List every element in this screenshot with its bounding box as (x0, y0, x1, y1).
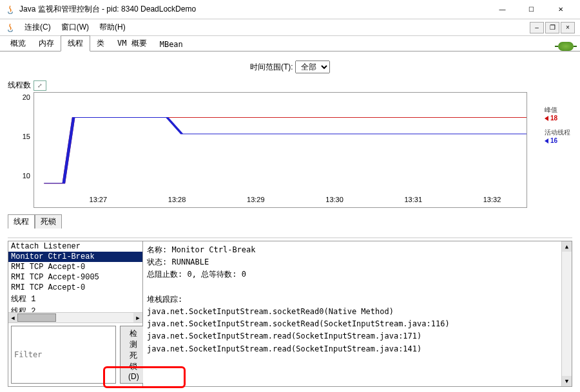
plot-area (34, 93, 527, 196)
x-axis: 13:27 13:28 13:29 13:30 13:31 13:32 (34, 196, 527, 207)
thread-item[interactable]: RMI TCP Accept-9005 (8, 272, 142, 283)
java-icon-small (5, 23, 15, 33)
thread-list-hscroll[interactable]: ◄ ► (8, 312, 142, 322)
legend-peak-label: 峰值 (545, 106, 570, 115)
details-vscroll[interactable]: ▲ ▼ (561, 241, 572, 386)
inner-minimize[interactable]: – (530, 22, 544, 33)
minimize-button[interactable]: — (488, 1, 517, 19)
main-tabbar: 概览 内存 线程 类 VM 概要 MBean (0, 36, 580, 51)
timerange-row: 时间范围(T): 全部 (8, 61, 572, 73)
thread-item[interactable]: RMI TCP Accept-0 (8, 262, 142, 272)
thread-list[interactable]: Attach ListenerMonitor Ctrl-BreakRMI TCP… (8, 241, 142, 312)
thread-chart: 10 15 20 13:27 13:28 13:29 13:30 13:31 1… (34, 92, 527, 208)
chart-section: 线程数 ⤢ 10 15 20 13:27 13:28 13:29 (8, 80, 572, 208)
detail-blocked-label: 总阻止数: (147, 270, 182, 279)
tab-threads[interactable]: 线程 (61, 35, 90, 51)
filter-row: 检测死锁(D) (8, 322, 142, 386)
menubar: 连接(C) 窗口(W) 帮助(H) – ❐ × (0, 19, 580, 36)
inner-restore[interactable]: ❐ (545, 22, 559, 33)
connection-status-icon (558, 42, 574, 51)
content-area: 时间范围(T): 全部 线程数 ⤢ 10 15 20 (0, 51, 580, 392)
x-tick: 13:27 (90, 196, 108, 203)
legend-peak-value: 18 (550, 115, 557, 122)
java-icon (5, 5, 15, 15)
lower-split: Attach ListenerMonitor Ctrl-BreakRMI TCP… (8, 238, 572, 387)
menu-connect[interactable]: 连接(C) (19, 21, 56, 34)
x-tick: 13:32 (483, 196, 501, 203)
stack-trace-line: java.net.SocketInputStream.read(SocketIn… (147, 343, 568, 355)
detail-blocked-value: 0, (187, 270, 196, 279)
x-tick: 13:30 (325, 196, 343, 203)
detail-waited-value: 0 (242, 270, 246, 279)
timerange-select[interactable]: 全部 (295, 61, 330, 73)
tab-vm[interactable]: VM 概要 (111, 36, 153, 51)
window-controls: — ☐ ✕ (488, 1, 575, 19)
legend-live-value: 16 (550, 137, 557, 144)
y-tick: 15 (23, 133, 30, 140)
detail-state-value: RUNNABLE (171, 257, 209, 266)
tab-memory[interactable]: 内存 (32, 36, 61, 51)
inner-window-controls: – ❐ × (530, 22, 575, 33)
detail-state-label: 状态: (147, 257, 167, 266)
y-tick: 10 (23, 172, 30, 180)
x-tick: 13:28 (168, 196, 186, 203)
legend-live-label: 活动线程 (545, 128, 570, 137)
menu-window[interactable]: 窗口(W) (56, 21, 94, 34)
thread-item[interactable]: 线程 1 (8, 293, 142, 305)
timerange-label: 时间范围(T): (250, 62, 293, 71)
window-title: Java 监视和管理控制台 - pid: 8340 DeadLockDemo (19, 4, 488, 15)
stack-trace-label: 堆栈跟踪: (147, 294, 568, 306)
detail-name-label: 名称: (147, 245, 167, 254)
y-axis: 10 15 20 (15, 93, 33, 196)
stack-trace-line: java.net.SocketInputStream.socketRead(So… (147, 318, 568, 330)
thread-item[interactable]: Monitor Ctrl-Break (8, 252, 142, 262)
chart-title: 线程数 (8, 80, 31, 91)
maximize-button[interactable]: ☐ (517, 1, 546, 19)
thread-item[interactable]: RMI TCP Accept-0 (8, 283, 142, 293)
stack-trace-line: java.net.SocketInputStream.read(SocketIn… (147, 330, 568, 342)
tab-overview[interactable]: 概览 (4, 36, 32, 51)
stack-trace-line: java.net.SocketInputStream.socketRead0(N… (147, 306, 568, 318)
subtab-threads[interactable]: 线程 (8, 214, 35, 229)
subtabs: 线程 死锁 (8, 214, 572, 229)
titlebar: Java 监视和管理控制台 - pid: 8340 DeadLockDemo —… (0, 0, 580, 19)
detail-name-value: Monitor Ctrl-Break (171, 245, 255, 254)
close-button[interactable]: ✕ (546, 1, 575, 19)
thread-item[interactable]: 线程 2 (8, 305, 142, 312)
filter-input[interactable] (11, 326, 116, 384)
chart-legend: 峰值 18 活动线程 16 (545, 106, 570, 151)
thread-item[interactable]: Attach Listener (8, 241, 142, 252)
subtab-deadlock[interactable]: 死锁 (35, 214, 62, 229)
tab-classes[interactable]: 类 (90, 36, 111, 51)
y-tick: 20 (23, 93, 30, 101)
x-tick: 13:31 (405, 196, 423, 203)
inner-close[interactable]: × (561, 22, 575, 33)
chart-expand-button[interactable]: ⤢ (34, 80, 46, 91)
thread-list-panel: Attach ListenerMonitor Ctrl-BreakRMI TCP… (8, 241, 143, 387)
tab-mbean[interactable]: MBean (153, 38, 189, 51)
thread-details-panel: 名称: Monitor Ctrl-Break 状态: RUNNABLE 总阻止数… (143, 241, 572, 387)
detail-waited-label: 总等待数: (201, 270, 237, 279)
x-tick: 13:29 (247, 196, 265, 203)
menu-help[interactable]: 帮助(H) (94, 21, 131, 34)
